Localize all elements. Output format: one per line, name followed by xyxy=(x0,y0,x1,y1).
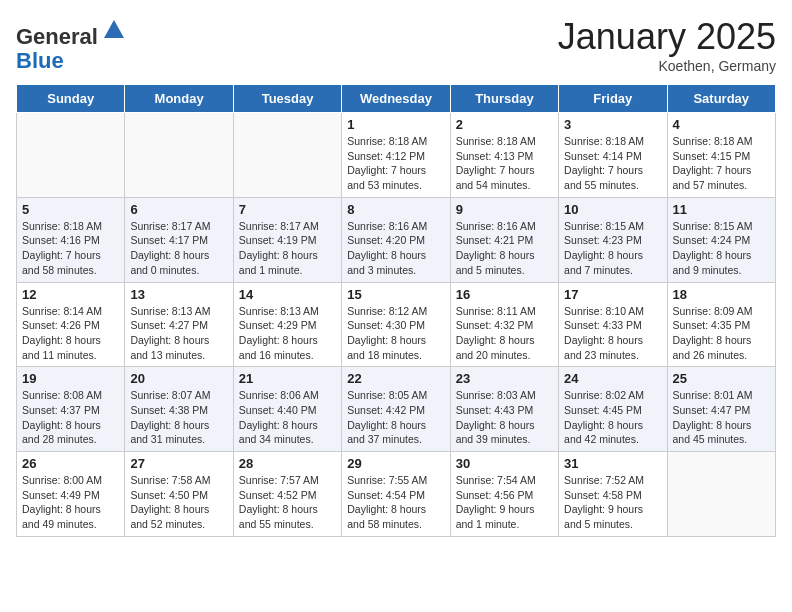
day-number: 28 xyxy=(239,456,336,471)
day-number: 6 xyxy=(130,202,227,217)
day-number: 30 xyxy=(456,456,553,471)
day-info: Sunrise: 8:13 AM Sunset: 4:29 PM Dayligh… xyxy=(239,304,336,363)
calendar-week-row: 12Sunrise: 8:14 AM Sunset: 4:26 PM Dayli… xyxy=(17,282,776,367)
day-number: 8 xyxy=(347,202,444,217)
calendar-cell: 12Sunrise: 8:14 AM Sunset: 4:26 PM Dayli… xyxy=(17,282,125,367)
day-number: 3 xyxy=(564,117,661,132)
day-info: Sunrise: 8:18 AM Sunset: 4:16 PM Dayligh… xyxy=(22,219,119,278)
calendar-week-row: 5Sunrise: 8:18 AM Sunset: 4:16 PM Daylig… xyxy=(17,197,776,282)
location-subtitle: Koethen, Germany xyxy=(558,58,776,74)
day-number: 19 xyxy=(22,371,119,386)
day-number: 5 xyxy=(22,202,119,217)
calendar-cell: 1Sunrise: 8:18 AM Sunset: 4:12 PM Daylig… xyxy=(342,113,450,198)
calendar-cell: 30Sunrise: 7:54 AM Sunset: 4:56 PM Dayli… xyxy=(450,452,558,537)
day-info: Sunrise: 8:18 AM Sunset: 4:13 PM Dayligh… xyxy=(456,134,553,193)
logo-general-text: General xyxy=(16,24,98,49)
day-info: Sunrise: 8:16 AM Sunset: 4:21 PM Dayligh… xyxy=(456,219,553,278)
page-header: General Blue January 2025 Koethen, Germa… xyxy=(16,16,776,74)
calendar-cell: 20Sunrise: 8:07 AM Sunset: 4:38 PM Dayli… xyxy=(125,367,233,452)
calendar-cell: 26Sunrise: 8:00 AM Sunset: 4:49 PM Dayli… xyxy=(17,452,125,537)
logo-icon xyxy=(100,16,128,44)
day-info: Sunrise: 8:12 AM Sunset: 4:30 PM Dayligh… xyxy=(347,304,444,363)
day-info: Sunrise: 8:02 AM Sunset: 4:45 PM Dayligh… xyxy=(564,388,661,447)
calendar-week-row: 26Sunrise: 8:00 AM Sunset: 4:49 PM Dayli… xyxy=(17,452,776,537)
day-number: 2 xyxy=(456,117,553,132)
calendar-table: SundayMondayTuesdayWednesdayThursdayFrid… xyxy=(16,84,776,537)
column-header-thursday: Thursday xyxy=(450,85,558,113)
day-info: Sunrise: 8:15 AM Sunset: 4:23 PM Dayligh… xyxy=(564,219,661,278)
day-info: Sunrise: 8:00 AM Sunset: 4:49 PM Dayligh… xyxy=(22,473,119,532)
day-number: 12 xyxy=(22,287,119,302)
day-number: 17 xyxy=(564,287,661,302)
calendar-cell: 4Sunrise: 8:18 AM Sunset: 4:15 PM Daylig… xyxy=(667,113,775,198)
svg-marker-0 xyxy=(104,20,124,38)
calendar-cell: 31Sunrise: 7:52 AM Sunset: 4:58 PM Dayli… xyxy=(559,452,667,537)
calendar-cell xyxy=(17,113,125,198)
calendar-cell: 16Sunrise: 8:11 AM Sunset: 4:32 PM Dayli… xyxy=(450,282,558,367)
day-number: 21 xyxy=(239,371,336,386)
day-number: 26 xyxy=(22,456,119,471)
calendar-cell: 2Sunrise: 8:18 AM Sunset: 4:13 PM Daylig… xyxy=(450,113,558,198)
day-number: 15 xyxy=(347,287,444,302)
day-info: Sunrise: 8:14 AM Sunset: 4:26 PM Dayligh… xyxy=(22,304,119,363)
day-info: Sunrise: 8:01 AM Sunset: 4:47 PM Dayligh… xyxy=(673,388,770,447)
calendar-cell: 3Sunrise: 8:18 AM Sunset: 4:14 PM Daylig… xyxy=(559,113,667,198)
logo: General Blue xyxy=(16,16,128,73)
day-info: Sunrise: 8:08 AM Sunset: 4:37 PM Dayligh… xyxy=(22,388,119,447)
logo-blue-text: Blue xyxy=(16,48,64,73)
calendar-cell xyxy=(667,452,775,537)
day-number: 7 xyxy=(239,202,336,217)
calendar-cell: 27Sunrise: 7:58 AM Sunset: 4:50 PM Dayli… xyxy=(125,452,233,537)
day-number: 22 xyxy=(347,371,444,386)
column-header-tuesday: Tuesday xyxy=(233,85,341,113)
column-header-wednesday: Wednesday xyxy=(342,85,450,113)
calendar-cell: 21Sunrise: 8:06 AM Sunset: 4:40 PM Dayli… xyxy=(233,367,341,452)
column-header-monday: Monday xyxy=(125,85,233,113)
calendar-cell: 11Sunrise: 8:15 AM Sunset: 4:24 PM Dayli… xyxy=(667,197,775,282)
calendar-header-row: SundayMondayTuesdayWednesdayThursdayFrid… xyxy=(17,85,776,113)
day-number: 4 xyxy=(673,117,770,132)
day-number: 1 xyxy=(347,117,444,132)
day-info: Sunrise: 8:11 AM Sunset: 4:32 PM Dayligh… xyxy=(456,304,553,363)
day-info: Sunrise: 8:09 AM Sunset: 4:35 PM Dayligh… xyxy=(673,304,770,363)
calendar-cell: 8Sunrise: 8:16 AM Sunset: 4:20 PM Daylig… xyxy=(342,197,450,282)
calendar-cell: 24Sunrise: 8:02 AM Sunset: 4:45 PM Dayli… xyxy=(559,367,667,452)
calendar-week-row: 19Sunrise: 8:08 AM Sunset: 4:37 PM Dayli… xyxy=(17,367,776,452)
calendar-cell: 15Sunrise: 8:12 AM Sunset: 4:30 PM Dayli… xyxy=(342,282,450,367)
calendar-cell: 28Sunrise: 7:57 AM Sunset: 4:52 PM Dayli… xyxy=(233,452,341,537)
calendar-cell xyxy=(233,113,341,198)
day-info: Sunrise: 8:16 AM Sunset: 4:20 PM Dayligh… xyxy=(347,219,444,278)
day-number: 14 xyxy=(239,287,336,302)
column-header-saturday: Saturday xyxy=(667,85,775,113)
day-info: Sunrise: 7:52 AM Sunset: 4:58 PM Dayligh… xyxy=(564,473,661,532)
day-number: 18 xyxy=(673,287,770,302)
calendar-cell: 23Sunrise: 8:03 AM Sunset: 4:43 PM Dayli… xyxy=(450,367,558,452)
day-info: Sunrise: 7:55 AM Sunset: 4:54 PM Dayligh… xyxy=(347,473,444,532)
column-header-sunday: Sunday xyxy=(17,85,125,113)
day-info: Sunrise: 8:13 AM Sunset: 4:27 PM Dayligh… xyxy=(130,304,227,363)
day-info: Sunrise: 8:17 AM Sunset: 4:17 PM Dayligh… xyxy=(130,219,227,278)
calendar-cell: 19Sunrise: 8:08 AM Sunset: 4:37 PM Dayli… xyxy=(17,367,125,452)
day-info: Sunrise: 7:58 AM Sunset: 4:50 PM Dayligh… xyxy=(130,473,227,532)
calendar-cell: 6Sunrise: 8:17 AM Sunset: 4:17 PM Daylig… xyxy=(125,197,233,282)
day-number: 24 xyxy=(564,371,661,386)
day-info: Sunrise: 8:15 AM Sunset: 4:24 PM Dayligh… xyxy=(673,219,770,278)
day-info: Sunrise: 8:05 AM Sunset: 4:42 PM Dayligh… xyxy=(347,388,444,447)
day-number: 16 xyxy=(456,287,553,302)
calendar-cell xyxy=(125,113,233,198)
day-info: Sunrise: 8:07 AM Sunset: 4:38 PM Dayligh… xyxy=(130,388,227,447)
day-number: 25 xyxy=(673,371,770,386)
day-number: 10 xyxy=(564,202,661,217)
calendar-cell: 7Sunrise: 8:17 AM Sunset: 4:19 PM Daylig… xyxy=(233,197,341,282)
calendar-cell: 5Sunrise: 8:18 AM Sunset: 4:16 PM Daylig… xyxy=(17,197,125,282)
day-info: Sunrise: 8:10 AM Sunset: 4:33 PM Dayligh… xyxy=(564,304,661,363)
calendar-cell: 14Sunrise: 8:13 AM Sunset: 4:29 PM Dayli… xyxy=(233,282,341,367)
day-number: 20 xyxy=(130,371,227,386)
calendar-cell: 25Sunrise: 8:01 AM Sunset: 4:47 PM Dayli… xyxy=(667,367,775,452)
calendar-cell: 13Sunrise: 8:13 AM Sunset: 4:27 PM Dayli… xyxy=(125,282,233,367)
day-info: Sunrise: 8:18 AM Sunset: 4:14 PM Dayligh… xyxy=(564,134,661,193)
calendar-cell: 10Sunrise: 8:15 AM Sunset: 4:23 PM Dayli… xyxy=(559,197,667,282)
calendar-week-row: 1Sunrise: 8:18 AM Sunset: 4:12 PM Daylig… xyxy=(17,113,776,198)
day-info: Sunrise: 7:57 AM Sunset: 4:52 PM Dayligh… xyxy=(239,473,336,532)
day-number: 23 xyxy=(456,371,553,386)
